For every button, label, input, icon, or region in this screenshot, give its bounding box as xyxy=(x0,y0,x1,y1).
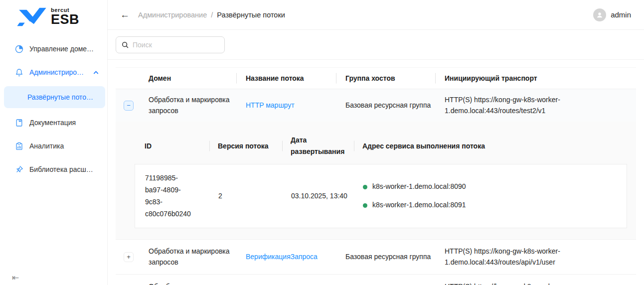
status-dot-icon xyxy=(363,185,367,189)
domain-cell: Обработка запросов HTTP xyxy=(149,276,246,285)
details-row: 71198985-ba97-4809-9c83-c80c076b0240 2 0… xyxy=(135,164,627,228)
details-header: ID Версия потока Дата развертывания Адре… xyxy=(135,128,627,164)
table-row: + Обработка и маркировка запросов Верифи… xyxy=(116,240,636,275)
sidebar-collapse-icon[interactable]: ⇤ xyxy=(12,273,19,283)
sidebar: bercut ESB Управление доме… Администриро… xyxy=(0,0,108,285)
details-card: 71198985-ba97-4809-9c83-c80c076b0240 2 0… xyxy=(135,164,627,228)
flow-name-link[interactable]: HTTP маршрут xyxy=(246,101,295,109)
sidebar-item-label: Библиотека расш… xyxy=(29,165,93,173)
avatar xyxy=(593,8,606,21)
document-icon xyxy=(15,119,23,127)
search-input[interactable] xyxy=(133,41,223,49)
column-header-host-group: Группа хостов xyxy=(345,68,445,89)
details-column-version: Версия потока xyxy=(218,128,291,164)
expander-column-header xyxy=(116,68,149,89)
host-group-cell: Базовая ресурсная группа xyxy=(345,282,445,285)
sidebar-item-analytics[interactable]: Аналитика xyxy=(0,135,107,157)
sidebar-item-label: Развёрнутые пото… xyxy=(27,93,93,101)
service-address: k8s-worker-1.demo.local:8090 xyxy=(372,181,466,193)
breadcrumb-separator: / xyxy=(211,11,213,19)
flow-name-link[interactable]: ВерификацияЗапроса xyxy=(246,253,318,261)
sidebar-item-label: Документация xyxy=(29,119,76,127)
sidebar-item-domain-management[interactable]: Управление доме… xyxy=(0,38,107,60)
search-icon xyxy=(122,41,129,48)
pushpin-icon xyxy=(15,165,23,174)
user-menu[interactable]: admin xyxy=(593,8,631,21)
table-row: + Обработка запросов HTTP Поток№1 Базова… xyxy=(116,275,636,285)
sidebar-item-label: Администриро… xyxy=(29,68,84,76)
bercut-logo-icon xyxy=(16,6,47,27)
deploy-date-value: 03.10.2025, 13:40 xyxy=(291,190,363,202)
expander-cell: + xyxy=(116,252,149,262)
pie-chart-icon xyxy=(15,45,23,53)
sidebar-item-administration[interactable]: Администриро… xyxy=(0,61,107,83)
collapse-row-button[interactable]: − xyxy=(124,101,134,111)
logo-text: bercut ESB xyxy=(51,7,79,26)
app-logo[interactable]: bercut ESB xyxy=(0,0,107,29)
logo-product: ESB xyxy=(51,13,79,26)
service-address: k8s-worker-1.demo.local:8091 xyxy=(372,199,466,211)
sidebar-item-label: Управление доме… xyxy=(29,45,94,53)
flow-version-value: 2 xyxy=(218,190,291,202)
chevron-up-icon[interactable] xyxy=(93,69,99,76)
top-bar: ← Администрирование / Развёрнутые потоки… xyxy=(108,0,644,30)
domain-cell: Обработка и маркировка запросов xyxy=(149,89,246,122)
expand-row-button[interactable]: + xyxy=(124,252,134,262)
status-dot-icon xyxy=(363,203,367,208)
details-column-id: ID xyxy=(145,128,218,164)
table-header: Домен Название потока Группа хостов Иниц… xyxy=(116,67,636,89)
host-group-cell: Базовая ресурсная группа xyxy=(345,95,445,117)
sidebar-item-extensions-library[interactable]: Библиотека расш… xyxy=(0,158,107,180)
expander-cell: − xyxy=(116,101,149,111)
transport-cell: HTTP(S) https://kong-gw-k8s-worker-1.dem… xyxy=(445,89,636,122)
service-address-item: k8s-worker-1.demo.local:8091 xyxy=(363,199,615,211)
transport-cell: HTTP(S) https://kong-gw-k8s-worker-1.dem… xyxy=(445,241,636,273)
breadcrumb-parent[interactable]: Администрирование xyxy=(138,11,207,19)
administration-icon xyxy=(15,68,23,77)
row-details-panel: ID Версия потока Дата развертывания Адре… xyxy=(116,122,636,240)
host-group-cell: Базовая ресурсная группа xyxy=(345,246,445,268)
search-box[interactable] xyxy=(116,36,225,53)
service-address-list: k8s-worker-1.demo.local:8090 k8s-worker-… xyxy=(363,181,627,211)
column-header-domain: Домен xyxy=(149,68,246,89)
details-column-deploy-date: Дата развертывания xyxy=(291,128,362,164)
details-column-service-address: Адрес сервиса выполнения потока xyxy=(362,128,627,164)
back-arrow-icon[interactable]: ← xyxy=(120,10,130,19)
flow-id-value: 71198985-ba97-4809-9c83-c80c076b0240 xyxy=(145,172,205,220)
table-row: − Обработка и маркировка запросов HTTP м… xyxy=(116,89,636,122)
search-bar xyxy=(108,30,644,60)
sidebar-item-documentation[interactable]: Документация xyxy=(0,112,107,134)
column-header-transport: Инициирующий транспорт xyxy=(445,68,636,89)
sidebar-nav: Управление доме… Администриро… Развёрнут… xyxy=(0,38,107,180)
transport-cell: HTTP(S) https://kong-gw-k8s-worker-1.dem… xyxy=(445,276,636,285)
analytics-icon xyxy=(15,142,23,150)
flows-table: Домен Название потока Группа хостов Иниц… xyxy=(116,67,636,285)
service-address-item: k8s-worker-1.demo.local:8090 xyxy=(363,181,615,193)
breadcrumb-current: Развёрнутые потоки xyxy=(217,11,285,19)
sidebar-item-deployed-flows[interactable]: Развёрнутые пото… xyxy=(4,86,105,108)
sidebar-item-label: Аналитика xyxy=(29,142,64,150)
domain-cell: Обработка и маркировка запросов xyxy=(149,241,246,273)
column-header-flow-name: Название потока xyxy=(246,68,345,89)
user-name: admin xyxy=(611,10,631,19)
